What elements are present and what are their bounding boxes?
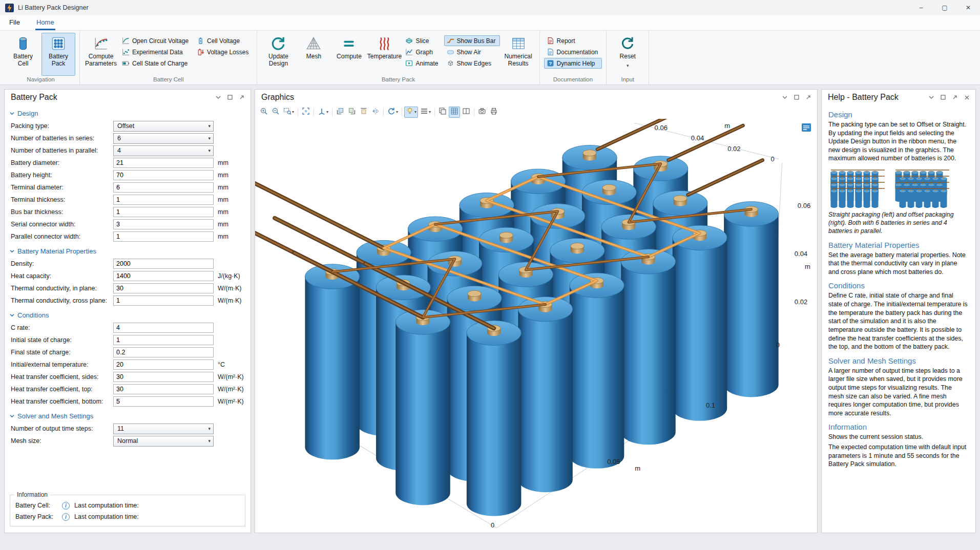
- select-number-of-batteries-in-series[interactable]: 6▾: [113, 133, 214, 144]
- dock-panel-icon[interactable]: [950, 93, 960, 101]
- zoom-out-button[interactable]: [270, 107, 281, 118]
- plot-settings-button[interactable]: [801, 122, 812, 133]
- input-heat-transfer-coefficient-bottom[interactable]: [113, 396, 214, 407]
- scene-light-button[interactable]: ▾: [404, 107, 418, 118]
- close-panel-icon[interactable]: [962, 93, 971, 101]
- animate-button[interactable]: Animate: [403, 58, 442, 69]
- image-caption: Straight packaging (left) and offset pac…: [828, 211, 969, 236]
- update-design-button[interactable]: Update Design: [261, 33, 295, 76]
- input-thermal-conductivity-in-plane[interactable]: [113, 283, 214, 293]
- input-heat-transfer-coefficient-top[interactable]: [113, 384, 214, 394]
- section-header-design[interactable]: Design: [10, 110, 245, 117]
- view-yz-button[interactable]: [346, 107, 358, 118]
- input-thermal-conductivity-cross-plane[interactable]: [113, 295, 214, 306]
- select-number-of-output-time-steps[interactable]: 11▾: [113, 424, 214, 434]
- graphics-scene-container: 0.060.040.020m0.060.04m0.0200.10.05m0: [255, 119, 817, 533]
- select-value: Normal: [117, 437, 138, 445]
- show-bus-bar-button[interactable]: Show Bus Bar: [444, 35, 500, 46]
- field-label: Heat transfer coefficient, sides:: [11, 373, 113, 380]
- input-battery-diameter[interactable]: [113, 158, 214, 168]
- form-row: Heat transfer coefficient, bottom:W/(m²·…: [10, 395, 245, 408]
- show-air-button[interactable]: Show Air: [444, 47, 500, 57]
- graph-button[interactable]: Graph: [403, 47, 442, 57]
- copy-image-button[interactable]: [437, 107, 448, 118]
- battery-pack-button[interactable]: Battery Pack: [41, 33, 75, 76]
- input-initial-state-of-charge[interactable]: [113, 335, 214, 345]
- form-row: Number of output time steps:11▾: [10, 422, 245, 435]
- section-header-conditions[interactable]: Conditions: [10, 311, 245, 319]
- section-header-battery-material-properties[interactable]: Battery Material Properties: [10, 247, 245, 255]
- maximize-button[interactable]: ▢: [933, 0, 956, 15]
- button-label: Animate: [415, 60, 438, 67]
- view-xy-button[interactable]: [335, 107, 346, 118]
- rotate-view-button[interactable]: ▾: [386, 107, 400, 118]
- cell-voltage-button[interactable]: Cell Voltage: [194, 35, 253, 46]
- print-button[interactable]: [488, 107, 499, 118]
- dynamic-help-button[interactable]: ? Dynamic Help: [544, 58, 602, 69]
- temperature-button[interactable]: Temperature: [367, 33, 401, 76]
- panel-menu-icon[interactable]: [780, 93, 789, 101]
- zoom-box-button[interactable]: ▾: [282, 107, 296, 118]
- flip-view-button[interactable]: [370, 107, 381, 118]
- panel-menu-icon[interactable]: [214, 93, 223, 101]
- compute-parameters-icon: [93, 36, 109, 51]
- zoom-in-button[interactable]: [258, 107, 269, 118]
- input-initial-external-temperature[interactable]: [113, 359, 214, 370]
- input-bus-bar-thickness[interactable]: [113, 207, 214, 217]
- input-terminal-diameter[interactable]: [113, 182, 214, 193]
- split-view-button[interactable]: [461, 107, 472, 118]
- select-number-of-batteries-in-parallel[interactable]: 4▾: [113, 145, 214, 156]
- select-mesh-size[interactable]: Normal▾: [113, 436, 214, 447]
- input-final-state-of-charge[interactable]: [113, 347, 214, 357]
- input-parallel-connector-width[interactable]: [113, 231, 214, 242]
- input-battery-height[interactable]: [113, 170, 214, 180]
- tab-home[interactable]: Home: [35, 15, 55, 30]
- float-panel-icon[interactable]: [225, 93, 235, 101]
- show-bus-bar-icon: [447, 37, 454, 45]
- open-circuit-voltage-button[interactable]: Open Circuit Voltage: [119, 35, 193, 46]
- reset-button[interactable]: Reset ▾: [611, 33, 644, 76]
- flip-view-icon: [371, 107, 380, 117]
- zoom-extents-button[interactable]: [300, 107, 311, 118]
- dock-panel-icon[interactable]: [804, 93, 813, 101]
- input-heat-capacity[interactable]: [113, 271, 214, 281]
- float-panel-icon[interactable]: [939, 93, 948, 101]
- voltage-losses-button[interactable]: Voltage Losses: [194, 47, 253, 57]
- slice-button[interactable]: Slice: [403, 35, 442, 46]
- minimize-button[interactable]: –: [909, 0, 933, 15]
- go-to-default-view-button[interactable]: ▾: [316, 107, 330, 118]
- field-unit: mm: [218, 184, 228, 191]
- show-grid-button[interactable]: [449, 107, 460, 118]
- numerical-results-button[interactable]: Numerical Results: [502, 33, 535, 76]
- compute-button[interactable]: Compute: [332, 33, 366, 76]
- view-options-button[interactable]: ▾: [419, 107, 432, 118]
- view-zx-button[interactable]: [358, 107, 369, 118]
- section-header-solver-and-mesh-settings[interactable]: Solver and Mesh Settings: [10, 412, 245, 420]
- panel-menu-icon[interactable]: [927, 93, 936, 101]
- snapshot-button[interactable]: [476, 107, 488, 118]
- experimental-data-button[interactable]: Experimental Data: [119, 47, 193, 57]
- form-row: Terminal diameter:mm: [10, 181, 245, 194]
- dock-panel-icon[interactable]: [237, 93, 246, 101]
- float-panel-icon[interactable]: [792, 93, 801, 101]
- tab-file[interactable]: File: [8, 15, 21, 30]
- compute-parameters-button[interactable]: Compute Parameters: [84, 33, 118, 76]
- show-edges-button[interactable]: Show Edges: [444, 58, 500, 69]
- battery-cell-button[interactable]: Battery Cell: [6, 33, 40, 76]
- input-serial-connector-width[interactable]: [113, 219, 214, 229]
- panel-title: Help - Battery Pack: [828, 93, 899, 102]
- input-heat-transfer-coefficient-sides[interactable]: [113, 372, 214, 382]
- report-button[interactable]: Report: [544, 35, 602, 46]
- button-label: Show Bus Bar: [457, 37, 496, 45]
- close-button[interactable]: ✕: [956, 0, 980, 15]
- toolbar-separator: [474, 108, 474, 116]
- select-packing-type[interactable]: Offset▾: [113, 121, 214, 132]
- documentation-button[interactable]: Documentation: [544, 47, 602, 57]
- input-terminal-thickness[interactable]: [113, 195, 214, 205]
- graphics-scene[interactable]: 0.060.040.020m0.060.04m0.0200.10.05m0: [255, 119, 817, 533]
- input-density[interactable]: [113, 259, 214, 269]
- mesh-button[interactable]: Mesh: [297, 33, 330, 76]
- input-c-rate[interactable]: [113, 323, 214, 333]
- dynamic-help-icon: ?: [547, 59, 554, 67]
- cell-state-of-charge-button[interactable]: Cell State of Charge: [119, 58, 193, 69]
